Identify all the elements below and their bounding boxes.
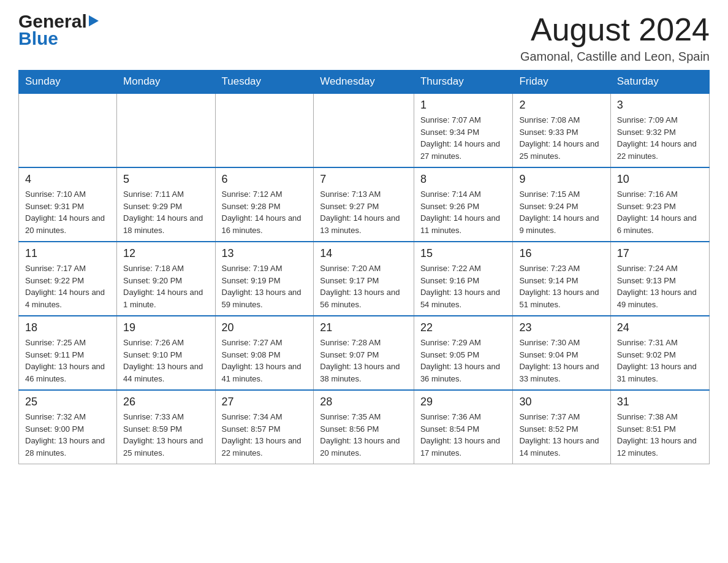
logo-arrow-icon [89, 15, 99, 26]
calendar-day-header: Saturday [610, 71, 709, 94]
calendar-day-cell: 7Sunrise: 7:13 AMSunset: 9:27 PMDaylight… [314, 167, 414, 242]
calendar-day-header: Tuesday [215, 71, 314, 94]
day-number: 8 [420, 173, 507, 186]
day-number: 11 [25, 247, 110, 260]
location-subtitle: Gamonal, Castille and Leon, Spain [520, 50, 710, 64]
calendar-day-cell: 17Sunrise: 7:24 AMSunset: 9:13 PMDayligh… [610, 242, 709, 316]
calendar-day-cell: 25Sunrise: 7:32 AMSunset: 9:00 PMDayligh… [19, 390, 117, 464]
day-info: Sunrise: 7:13 AMSunset: 9:27 PMDaylight:… [320, 190, 400, 235]
day-info: Sunrise: 7:33 AMSunset: 8:59 PMDaylight:… [123, 412, 203, 458]
calendar-day-cell: 2Sunrise: 7:08 AMSunset: 9:33 PMDaylight… [513, 93, 610, 167]
calendar-day-cell: 1Sunrise: 7:07 AMSunset: 9:34 PMDaylight… [414, 93, 513, 167]
day-info: Sunrise: 7:11 AMSunset: 9:29 PMDaylight:… [123, 190, 203, 235]
day-number: 14 [320, 247, 408, 260]
calendar-day-cell: 9Sunrise: 7:15 AMSunset: 9:24 PMDaylight… [513, 167, 610, 242]
calendar-day-cell: 30Sunrise: 7:37 AMSunset: 8:52 PMDayligh… [513, 390, 610, 464]
calendar-day-cell: 29Sunrise: 7:36 AMSunset: 8:54 PMDayligh… [414, 390, 513, 464]
calendar-day-cell [117, 93, 215, 167]
calendar-week-row: 11Sunrise: 7:17 AMSunset: 9:22 PMDayligh… [19, 242, 710, 316]
calendar-day-cell: 18Sunrise: 7:25 AMSunset: 9:11 PMDayligh… [19, 316, 117, 390]
day-info: Sunrise: 7:24 AMSunset: 9:13 PMDaylight:… [617, 264, 697, 309]
day-number: 5 [123, 173, 208, 186]
day-info: Sunrise: 7:18 AMSunset: 9:20 PMDaylight:… [123, 264, 203, 309]
calendar-day-cell [215, 93, 314, 167]
day-info: Sunrise: 7:10 AMSunset: 9:31 PMDaylight:… [25, 190, 105, 235]
day-info: Sunrise: 7:14 AMSunset: 9:26 PMDaylight:… [420, 190, 500, 235]
page-header: General Blue August 2024 Gamonal, Castil… [18, 12, 710, 64]
day-info: Sunrise: 7:19 AMSunset: 9:19 PMDaylight:… [222, 264, 301, 309]
day-info: Sunrise: 7:25 AMSunset: 9:11 PMDaylight:… [25, 338, 105, 383]
calendar-day-cell: 31Sunrise: 7:38 AMSunset: 8:51 PMDayligh… [610, 390, 709, 464]
logo: General Blue [18, 12, 99, 49]
day-number: 4 [25, 173, 110, 186]
day-info: Sunrise: 7:09 AMSunset: 9:32 PMDaylight:… [617, 115, 697, 161]
day-number: 16 [519, 247, 604, 260]
calendar-day-header: Thursday [414, 71, 513, 94]
day-number: 31 [617, 396, 703, 408]
day-number: 7 [320, 173, 408, 186]
calendar-header-row: SundayMondayTuesdayWednesdayThursdayFrid… [19, 71, 710, 94]
day-number: 20 [222, 321, 308, 334]
day-number: 21 [320, 321, 408, 334]
calendar-day-header: Friday [513, 71, 610, 94]
day-number: 19 [123, 321, 208, 334]
day-info: Sunrise: 7:28 AMSunset: 9:07 PMDaylight:… [320, 338, 400, 383]
calendar-day-header: Monday [117, 71, 215, 94]
day-info: Sunrise: 7:29 AMSunset: 9:05 PMDaylight:… [420, 338, 500, 383]
logo-blue: Blue [18, 28, 99, 49]
day-number: 26 [123, 396, 208, 408]
calendar-day-cell: 16Sunrise: 7:23 AMSunset: 9:14 PMDayligh… [513, 242, 610, 316]
day-number: 15 [420, 247, 507, 260]
day-number: 6 [222, 173, 308, 186]
day-info: Sunrise: 7:15 AMSunset: 9:24 PMDaylight:… [519, 190, 599, 235]
calendar-week-row: 18Sunrise: 7:25 AMSunset: 9:11 PMDayligh… [19, 316, 710, 390]
day-info: Sunrise: 7:35 AMSunset: 8:56 PMDaylight:… [320, 412, 400, 458]
day-number: 27 [222, 396, 308, 408]
day-info: Sunrise: 7:27 AMSunset: 9:08 PMDaylight:… [222, 338, 301, 383]
day-number: 30 [519, 396, 604, 408]
calendar-day-cell: 3Sunrise: 7:09 AMSunset: 9:32 PMDaylight… [610, 93, 709, 167]
title-area: August 2024 Gamonal, Castille and Leon, … [520, 12, 710, 64]
calendar-day-cell: 27Sunrise: 7:34 AMSunset: 8:57 PMDayligh… [215, 390, 314, 464]
calendar-day-cell: 26Sunrise: 7:33 AMSunset: 8:59 PMDayligh… [117, 390, 215, 464]
day-info: Sunrise: 7:30 AMSunset: 9:04 PMDaylight:… [519, 338, 599, 383]
calendar-day-cell: 24Sunrise: 7:31 AMSunset: 9:02 PMDayligh… [610, 316, 709, 390]
day-number: 12 [123, 247, 208, 260]
day-number: 13 [222, 247, 308, 260]
calendar-day-header: Wednesday [314, 71, 414, 94]
calendar-week-row: 25Sunrise: 7:32 AMSunset: 9:00 PMDayligh… [19, 390, 710, 464]
calendar-week-row: 4Sunrise: 7:10 AMSunset: 9:31 PMDaylight… [19, 167, 710, 242]
day-info: Sunrise: 7:31 AMSunset: 9:02 PMDaylight:… [617, 338, 697, 383]
day-number: 29 [420, 396, 507, 408]
day-info: Sunrise: 7:17 AMSunset: 9:22 PMDaylight:… [25, 264, 105, 309]
calendar-day-cell: 21Sunrise: 7:28 AMSunset: 9:07 PMDayligh… [314, 316, 414, 390]
day-number: 9 [519, 173, 604, 186]
calendar-day-cell: 22Sunrise: 7:29 AMSunset: 9:05 PMDayligh… [414, 316, 513, 390]
calendar-day-cell: 4Sunrise: 7:10 AMSunset: 9:31 PMDaylight… [19, 167, 117, 242]
day-info: Sunrise: 7:20 AMSunset: 9:17 PMDaylight:… [320, 264, 400, 309]
day-info: Sunrise: 7:22 AMSunset: 9:16 PMDaylight:… [420, 264, 500, 309]
calendar-day-cell [19, 93, 117, 167]
calendar-day-cell: 12Sunrise: 7:18 AMSunset: 9:20 PMDayligh… [117, 242, 215, 316]
month-title: August 2024 [520, 12, 710, 47]
day-info: Sunrise: 7:07 AMSunset: 9:34 PMDaylight:… [420, 115, 500, 161]
calendar-day-cell: 5Sunrise: 7:11 AMSunset: 9:29 PMDaylight… [117, 167, 215, 242]
calendar-day-cell: 20Sunrise: 7:27 AMSunset: 9:08 PMDayligh… [215, 316, 314, 390]
day-number: 23 [519, 321, 604, 334]
calendar-day-cell: 6Sunrise: 7:12 AMSunset: 9:28 PMDaylight… [215, 167, 314, 242]
calendar-day-cell: 28Sunrise: 7:35 AMSunset: 8:56 PMDayligh… [314, 390, 414, 464]
day-number: 3 [617, 99, 703, 112]
calendar-day-cell: 23Sunrise: 7:30 AMSunset: 9:04 PMDayligh… [513, 316, 610, 390]
day-info: Sunrise: 7:36 AMSunset: 8:54 PMDaylight:… [420, 412, 500, 458]
day-number: 2 [519, 99, 604, 112]
day-info: Sunrise: 7:34 AMSunset: 8:57 PMDaylight:… [222, 412, 301, 458]
calendar-table: SundayMondayTuesdayWednesdayThursdayFrid… [18, 70, 710, 464]
calendar-day-cell: 8Sunrise: 7:14 AMSunset: 9:26 PMDaylight… [414, 167, 513, 242]
calendar-day-cell: 15Sunrise: 7:22 AMSunset: 9:16 PMDayligh… [414, 242, 513, 316]
calendar-day-cell: 10Sunrise: 7:16 AMSunset: 9:23 PMDayligh… [610, 167, 709, 242]
calendar-day-cell [314, 93, 414, 167]
day-number: 25 [25, 396, 110, 408]
calendar-week-row: 1Sunrise: 7:07 AMSunset: 9:34 PMDaylight… [19, 93, 710, 167]
day-number: 1 [420, 99, 507, 112]
day-info: Sunrise: 7:32 AMSunset: 9:00 PMDaylight:… [25, 412, 105, 458]
